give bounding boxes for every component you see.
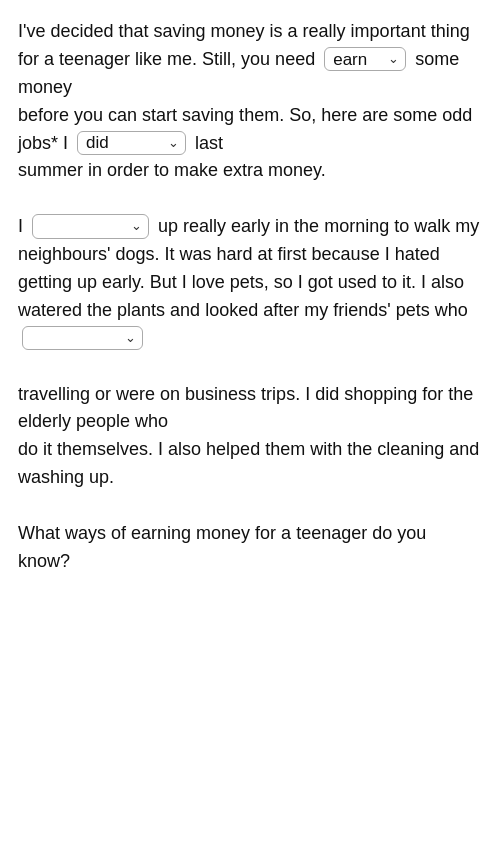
para4-text: What ways of earning money for a teenage… — [18, 523, 426, 571]
select2-wrapper[interactable]: did do have done was doing ⌄ — [77, 131, 186, 155]
select4-input[interactable]: couldn't could can't weren't able — [31, 329, 141, 348]
select3-wrapper[interactable]: woke had woken wake was waking ⌄ — [32, 214, 149, 238]
select2-input[interactable]: did do have done was doing — [86, 133, 184, 152]
paragraph-4: What ways of earning money for a teenage… — [18, 520, 482, 576]
select1-input[interactable]: earn to earn earned earns — [333, 50, 404, 69]
select1-wrapper[interactable]: earn to earn earned earns ⌄ — [324, 47, 406, 71]
para1-text-5: summer in order to make extra money. — [18, 160, 326, 180]
paragraph-1: I've decided that saving money is a real… — [18, 18, 482, 185]
para3-text-1: travelling or were on business trips. I … — [18, 384, 473, 432]
para3-text-2: do it themselves. I also helped them wit… — [18, 439, 479, 487]
paragraph-2: I woke had woken wake was waking ⌄ up re… — [18, 213, 482, 352]
main-content: I've decided that saving money is a real… — [18, 18, 482, 576]
paragraph-3: travelling or were on business trips. I … — [18, 381, 482, 493]
select4-wrapper[interactable]: couldn't could can't weren't able ⌄ — [22, 326, 143, 350]
select3-input[interactable]: woke had woken wake was waking — [41, 217, 147, 236]
para1-text-4: last — [195, 133, 223, 153]
para2-text-1: I — [18, 216, 23, 236]
